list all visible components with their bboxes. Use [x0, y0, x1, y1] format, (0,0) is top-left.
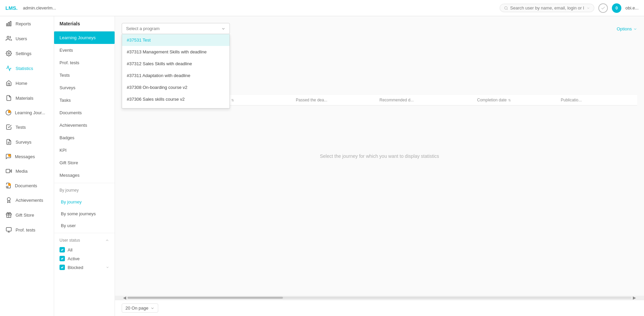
svg-point-5 [7, 36, 9, 38]
scroll-left-arrow[interactable]: ◀ [122, 295, 127, 300]
svg-rect-4 [10, 21, 11, 26]
sidebar-item-media[interactable]: Media [0, 164, 54, 178]
sidebar-item-materials[interactable]: Materials [0, 91, 54, 105]
per-page-chevron-icon [150, 306, 154, 310]
search-input[interactable] [510, 5, 585, 10]
col-header-passed-deadline[interactable]: Passed the dea... [296, 98, 380, 102]
mid-item-events[interactable]: Events [54, 44, 115, 56]
sidebar-label-messages: Messages [15, 154, 35, 159]
mid-sidebar: Materials Learning Journeys Events Prof.… [54, 16, 115, 316]
dropdown-item-3[interactable]: #37311 Adaptation with deadline [122, 70, 230, 81]
status-all-row[interactable]: All [59, 245, 109, 254]
dropdown-item-1[interactable]: #37313 Management Skills with deadline [122, 46, 230, 58]
sidebar-item-messages[interactable]: Messages [0, 149, 54, 164]
checkbox-active[interactable] [59, 256, 65, 261]
sidebar-label-home: Home [16, 81, 27, 86]
mid-item-gift-store[interactable]: Gift Store [54, 156, 115, 169]
sidebar-item-home[interactable]: Home [0, 76, 54, 91]
mid-sidebar-header: Materials [54, 16, 115, 31]
survey-icon [5, 139, 12, 145]
sidebar-label-settings: Settings [16, 51, 31, 56]
svg-rect-3 [8, 22, 9, 26]
sidebar-item-surveys[interactable]: Surveys [0, 135, 54, 149]
mid-item-documents[interactable]: Documents [54, 106, 115, 119]
sidebar-item-prof-tests[interactable]: Prof. tests [0, 222, 54, 237]
mid-item-kpi[interactable]: KPI [54, 144, 115, 156]
checkbox-blocked[interactable] [59, 265, 65, 270]
status-active-label: Active [68, 256, 79, 261]
mid-item-badges[interactable]: Badges [54, 131, 115, 144]
learning-journey-dot [8, 110, 11, 113]
sidebar-item-reports[interactable]: Reports [0, 16, 54, 31]
mid-item-tasks[interactable]: Tasks [54, 94, 115, 106]
admin-label: admin.cleverlm... [23, 5, 56, 10]
status-blocked-row[interactable]: Blocked [59, 263, 109, 272]
per-page-label: 20 On page [125, 306, 148, 311]
svg-rect-15 [6, 227, 11, 231]
per-page-button[interactable]: 20 On page [122, 303, 158, 313]
sidebar-item-tests[interactable]: Tests [0, 120, 54, 135]
mid-item-tests[interactable]: Tests [54, 69, 115, 81]
mid-item-surveys[interactable]: Surveys [54, 81, 115, 94]
col-header-completion[interactable]: Completion date ⇅ [477, 98, 561, 102]
chevron-up-icon [105, 238, 109, 242]
dropdown-item-4[interactable]: #37308 On-boarding course v2 [122, 81, 230, 93]
sub-item-by-user[interactable]: By user [54, 220, 115, 232]
sub-item-by-some-journeys[interactable]: By some journeys [54, 208, 115, 220]
file-icon [5, 95, 12, 101]
sidebar-label-media: Media [16, 169, 27, 174]
sidebar-item-gift-store[interactable]: Gift Store [0, 208, 54, 222]
svg-line-1 [507, 9, 507, 9]
svg-rect-2 [6, 24, 7, 26]
sidebar-item-achievements[interactable]: Achievements [0, 193, 54, 208]
program-select-input[interactable] [126, 26, 221, 31]
checklist-icon [5, 124, 12, 130]
scrollbar-track[interactable] [127, 297, 631, 299]
by-journey-label: By journey [59, 188, 79, 193]
mid-item-learning-journeys[interactable]: Learning Journeys [54, 31, 115, 44]
sidebar-item-documents[interactable]: Documents [0, 178, 54, 193]
sidebar-item-learning-journeys[interactable]: Learning Jour... [0, 105, 54, 120]
program-select-box[interactable] [122, 23, 230, 34]
mid-item-prof-tests[interactable]: Prof. tests [54, 56, 115, 69]
dropdown-item-5[interactable]: #37306 Sales skills course v2 [122, 93, 230, 105]
sidebar-label-gift-store: Gift Store [16, 213, 34, 218]
sub-item-by-journey[interactable]: By journey [54, 196, 115, 208]
status-active-row[interactable]: Active [59, 254, 109, 263]
content-inner: #37531 Test #37313 Management Skills wit… [115, 16, 644, 296]
col-header-publication[interactable]: Publicatio... [561, 98, 630, 102]
user-status-text: User status [59, 238, 80, 243]
search-bar[interactable] [500, 4, 594, 12]
sidebar-label-documents: Documents [15, 183, 37, 188]
horizontal-scrollbar[interactable]: ◀ ▶ [115, 296, 644, 300]
dropdown-item-6[interactable]: #37262 Day 1. Introductory [122, 105, 230, 108]
dropdown-item-2[interactable]: #37312 Sales Skills with deadline [122, 58, 230, 70]
left-sidebar: Reports Users Settings Statistics Home [0, 16, 54, 316]
user-status-label[interactable]: User status [59, 238, 109, 243]
username-label: obi.e... [625, 5, 639, 10]
chart-line-icon [5, 65, 12, 72]
mid-item-messages[interactable]: Messages [54, 169, 115, 181]
messages-dot [8, 154, 11, 157]
achievement-icon [5, 197, 12, 203]
home-icon [5, 80, 12, 87]
sort-icon-start: ⇅ [231, 98, 234, 102]
scroll-right-arrow[interactable]: ▶ [631, 295, 637, 300]
sidebar-item-users[interactable]: Users [0, 31, 54, 46]
svg-point-0 [504, 6, 507, 9]
empty-state: Select the journey for which you want to… [122, 105, 637, 207]
sidebar-item-statistics[interactable]: Statistics [0, 61, 54, 76]
sidebar-label-reports: Reports [16, 21, 31, 26]
prof-test-icon [5, 226, 12, 233]
col-completion-label: Completion date [477, 98, 506, 102]
mid-item-achievements[interactable]: Achievements [54, 119, 115, 131]
svg-point-12 [7, 198, 10, 201]
col-header-recommended[interactable]: Recommended d... [380, 98, 477, 102]
checkbox-all[interactable] [59, 247, 65, 252]
options-button[interactable]: Options [617, 23, 637, 31]
scrollbar-thumb[interactable] [127, 297, 283, 299]
sidebar-item-settings[interactable]: Settings [0, 46, 54, 61]
dropdown-item-0[interactable]: #37531 Test [122, 34, 230, 46]
col-passed-label: Passed the dea... [296, 98, 327, 102]
sidebar-label-tests: Tests [16, 125, 26, 130]
